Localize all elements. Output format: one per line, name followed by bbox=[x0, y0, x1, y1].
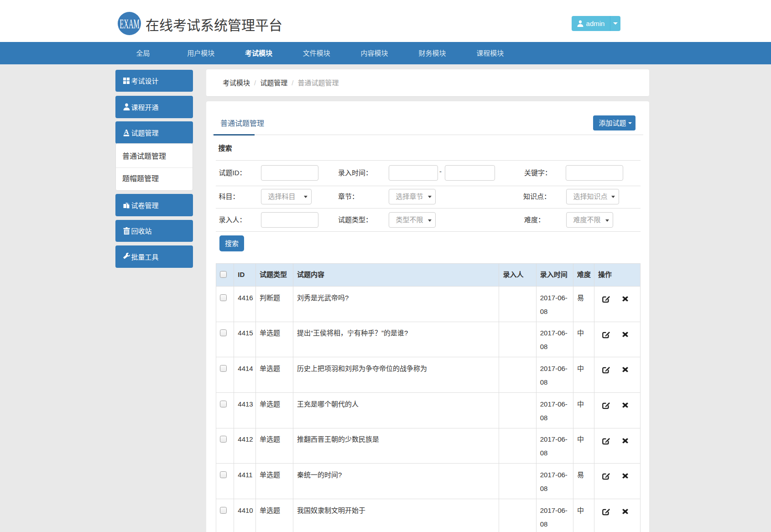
svg-text:A: A bbox=[124, 129, 129, 136]
